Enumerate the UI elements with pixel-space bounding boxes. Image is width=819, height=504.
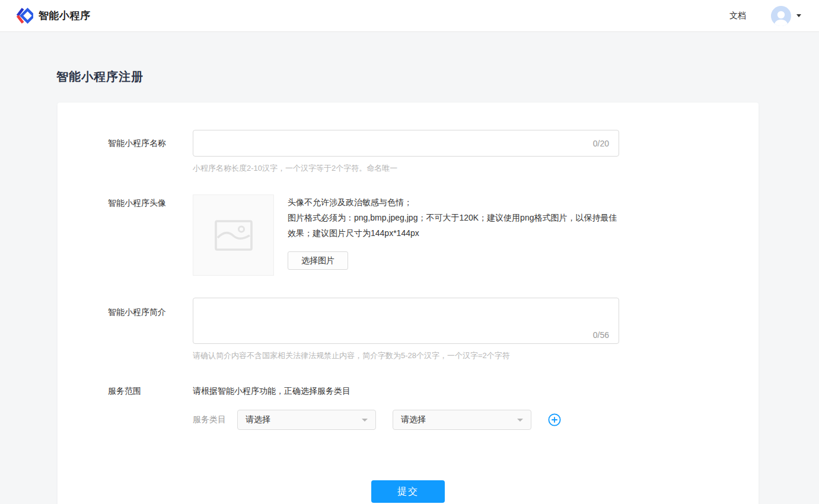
category-row: 服务类目 请选择 请选择 bbox=[193, 410, 561, 430]
person-icon bbox=[771, 8, 791, 26]
header-right: 文档 bbox=[729, 6, 801, 26]
choose-image-button[interactable]: 选择图片 bbox=[288, 251, 348, 270]
chevron-down-icon bbox=[517, 419, 523, 422]
avatar-rule-line1: 头像不允许涉及政治敏感与色情； bbox=[288, 194, 620, 210]
submit-button[interactable]: 提交 bbox=[371, 480, 445, 503]
submit-row: 提交 bbox=[58, 480, 759, 503]
form-row-avatar: 智能小程序头像 头像不允许涉及政治敏感与色情； 图片格式必须为：png,bmp,… bbox=[58, 194, 759, 276]
intro-textarea-wrap: 0/56 bbox=[193, 298, 619, 344]
page-title: 智能小程序注册 bbox=[56, 69, 819, 85]
form-row-scope: 服务范围 请根据智能小程序功能，正确选择服务类目 服务类目 请选择 请选择 bbox=[58, 382, 759, 430]
intro-hint: 请确认简介内容不含国家相关法律法规禁止内容，简介字数为5-28个汉字，一个汉字=… bbox=[193, 350, 619, 361]
smart-program-logo-icon bbox=[15, 8, 33, 24]
user-avatar[interactable] bbox=[771, 6, 791, 26]
intro-label: 智能小程序简介 bbox=[108, 298, 193, 326]
category-select-2-value: 请选择 bbox=[401, 414, 426, 425]
scope-instruction: 请根据智能小程序功能，正确选择服务类目 bbox=[193, 382, 561, 397]
plus-circle-icon bbox=[548, 413, 561, 426]
brand-name: 智能小程序 bbox=[39, 9, 91, 23]
avatar-rule-line2: 图片格式必须为：png,bmp,jpeg,jpg；不可大于120K；建议使用pn… bbox=[288, 210, 620, 241]
brand-logo-link[interactable]: 智能小程序 bbox=[15, 8, 91, 24]
intro-counter: 0/56 bbox=[593, 330, 609, 340]
form-row-intro: 智能小程序简介 0/56 请确认简介内容不含国家相关法律法规禁止内容，简介字数为… bbox=[58, 298, 759, 361]
chevron-down-icon bbox=[362, 419, 368, 422]
user-menu-caret-icon[interactable] bbox=[796, 14, 801, 17]
name-input-wrap: 0/20 bbox=[193, 130, 619, 157]
app-header: 智能小程序 文档 bbox=[0, 0, 819, 32]
category-select-1[interactable]: 请选择 bbox=[237, 410, 376, 430]
name-counter: 0/20 bbox=[593, 139, 609, 148]
avatar-label: 智能小程序头像 bbox=[108, 194, 193, 209]
avatar-upload-box[interactable] bbox=[193, 194, 274, 276]
scope-label: 服务范围 bbox=[108, 382, 193, 397]
name-input[interactable] bbox=[193, 130, 619, 156]
category-select-1-value: 请选择 bbox=[246, 414, 270, 425]
intro-textarea[interactable] bbox=[193, 298, 619, 329]
name-label: 智能小程序名称 bbox=[108, 130, 193, 157]
registration-form-card: 智能小程序名称 0/20 小程序名称长度2-10汉字，一个汉字等于2个字符。命名… bbox=[58, 103, 759, 504]
add-category-button[interactable] bbox=[548, 413, 561, 426]
docs-link[interactable]: 文档 bbox=[729, 11, 746, 21]
form-row-name: 智能小程序名称 0/20 小程序名称长度2-10汉字，一个汉字等于2个字符。命名… bbox=[58, 130, 759, 174]
image-placeholder-icon bbox=[215, 220, 253, 251]
category-label: 服务类目 bbox=[193, 414, 226, 425]
name-hint: 小程序名称长度2-10汉字，一个汉字等于2个字符。命名唯一 bbox=[193, 163, 619, 174]
category-select-2[interactable]: 请选择 bbox=[393, 410, 531, 430]
